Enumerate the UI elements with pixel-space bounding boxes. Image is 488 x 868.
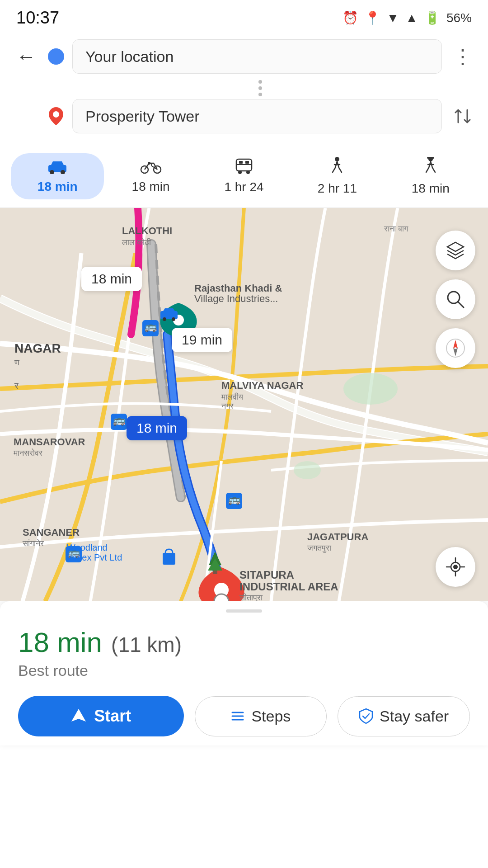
battery-text: 56% xyxy=(446,11,472,25)
svg-text:JAGATPURA: JAGATPURA xyxy=(307,531,368,542)
transport-modes-bar: 18 min 18 min 1 hr xyxy=(0,147,488,208)
connector-dot-2 xyxy=(258,86,262,90)
back-arrow-icon: ← xyxy=(16,45,36,68)
my-location-button[interactable] xyxy=(436,547,475,587)
svg-text:जगतपुरा: जगतपुरा xyxy=(307,543,332,553)
svg-text:MANSAROVAR: MANSAROVAR xyxy=(14,436,85,448)
svg-text:LALKOTHI: LALKOTHI xyxy=(122,225,172,236)
layers-button[interactable] xyxy=(436,231,475,270)
transport-car[interactable]: 18 min xyxy=(11,153,104,199)
svg-text:सीतापुरा: सीतापुरा xyxy=(239,593,263,601)
svg-line-62 xyxy=(458,302,464,307)
transport-walk[interactable]: 2 hr 11 xyxy=(291,151,384,201)
transport-transit[interactable]: 1 hr 24 xyxy=(197,153,291,200)
alarm-icon: ⏰ xyxy=(343,10,358,25)
svg-text:INDUSTRIAL AREA: INDUSTRIAL AREA xyxy=(239,580,338,593)
more-dots-icon: ⋮ xyxy=(453,47,473,66)
map-svg: 🚌 🚌 🚌 🚌 xyxy=(0,208,488,601)
connector-dot-1 xyxy=(258,80,262,84)
transit-time: 1 hr 24 xyxy=(224,180,263,194)
search-icon xyxy=(446,289,465,309)
svg-point-18 xyxy=(343,373,398,405)
svg-marker-65 xyxy=(453,348,458,356)
wifi-icon: ▼ xyxy=(387,11,399,25)
start-button[interactable]: Start xyxy=(18,696,184,736)
connector-dot-3 xyxy=(258,93,262,96)
car-icon xyxy=(47,159,68,177)
svg-text:राना बाग: राना बाग xyxy=(384,224,408,233)
car-time: 18 min xyxy=(38,179,78,194)
destination-row xyxy=(13,99,475,133)
origin-dot-icon xyxy=(48,48,64,65)
svg-text:मानसरोवर: मानसरोवर xyxy=(13,448,43,458)
route-label: Best route xyxy=(18,662,470,679)
svg-marker-72 xyxy=(71,709,86,722)
route-bubble-19min[interactable]: 19 min xyxy=(172,328,232,352)
steps-button[interactable]: Steps xyxy=(195,696,327,736)
svg-rect-16 xyxy=(427,157,434,159)
route-duration: 18 min xyxy=(18,626,102,658)
map-search-button[interactable] xyxy=(436,279,475,319)
svg-text:मालवीय: मालवीय xyxy=(221,392,244,401)
route-info: 18 min (11 km) xyxy=(18,626,470,658)
status-icons: ⏰ 📍 ▼ ▲ 🔋 56% xyxy=(343,10,472,25)
navigation-icon xyxy=(70,708,87,724)
back-button[interactable]: ← xyxy=(13,43,40,70)
svg-text:नगर: नगर xyxy=(221,401,234,410)
svg-text:Village Industries...: Village Industries... xyxy=(194,293,278,304)
destination-pin-icon xyxy=(48,108,64,124)
swap-directions-button[interactable] xyxy=(450,104,475,129)
svg-text:ण: ण xyxy=(14,358,20,367)
svg-point-31 xyxy=(172,317,175,321)
svg-text:सांगानेर: सांगानेर xyxy=(22,538,44,548)
shield-check-icon xyxy=(359,708,373,724)
action-buttons: Start Steps Stay safer xyxy=(18,696,470,736)
transport-taxi[interactable]: 18 min xyxy=(384,151,477,201)
svg-text:🚌: 🚌 xyxy=(113,414,126,426)
map-area[interactable]: 🚌 🚌 🚌 🚌 xyxy=(0,208,488,601)
transit-icon xyxy=(235,158,253,177)
origin-input[interactable] xyxy=(72,39,442,74)
battery-icon: 🔋 xyxy=(424,10,440,25)
svg-rect-37 xyxy=(163,553,175,565)
svg-rect-10 xyxy=(245,161,249,164)
svg-text:लाल कोठी: लाल कोठी xyxy=(122,237,151,247)
svg-marker-60 xyxy=(447,242,464,251)
taxi-time: 18 min xyxy=(412,181,450,196)
svg-text:Rajasthan Khadi &: Rajasthan Khadi & xyxy=(194,283,282,294)
status-bar: 10:37 ⏰ 📍 ▼ ▲ 🔋 56% xyxy=(0,0,488,32)
svg-rect-29 xyxy=(160,311,178,319)
route-bubble-18min-selected[interactable]: 18 min xyxy=(127,416,187,440)
route-distance: (11 km) xyxy=(111,632,182,657)
status-time: 10:37 xyxy=(16,8,59,28)
stay-safer-button[interactable]: Stay safer xyxy=(338,696,470,736)
svg-point-11 xyxy=(238,170,242,174)
origin-row: ← ⋮ xyxy=(13,39,475,74)
svg-text:Woodland: Woodland xyxy=(67,542,108,552)
svg-point-71 xyxy=(453,565,458,569)
layers-icon xyxy=(446,241,465,260)
svg-rect-9 xyxy=(239,161,243,164)
svg-text:🚌: 🚌 xyxy=(145,321,157,333)
svg-marker-64 xyxy=(453,340,458,348)
svg-text:SITAPURA: SITAPURA xyxy=(239,569,294,581)
walk-icon xyxy=(330,157,344,179)
svg-text:र: र xyxy=(14,381,19,391)
my-location-icon xyxy=(446,557,465,577)
route-bubble-18min-top[interactable]: 18 min xyxy=(81,267,142,291)
route-connector xyxy=(40,80,475,96)
destination-input[interactable] xyxy=(72,99,442,133)
svg-text:SANGANER: SANGANER xyxy=(23,527,80,538)
compass-button[interactable] xyxy=(436,328,475,368)
bottom-panel: 18 min (11 km) Best route Start Steps St… xyxy=(0,601,488,745)
svg-point-6 xyxy=(148,162,150,165)
transport-bike[interactable]: 18 min xyxy=(104,153,197,199)
svg-text:NAGAR: NAGAR xyxy=(14,341,61,355)
drag-handle xyxy=(226,609,262,613)
more-options-button[interactable]: ⋮ xyxy=(450,44,475,69)
svg-point-14 xyxy=(335,157,339,161)
taxi-icon xyxy=(423,157,438,179)
location-status-icon: 📍 xyxy=(365,10,380,25)
steps-icon xyxy=(230,710,245,722)
svg-point-30 xyxy=(163,317,166,321)
